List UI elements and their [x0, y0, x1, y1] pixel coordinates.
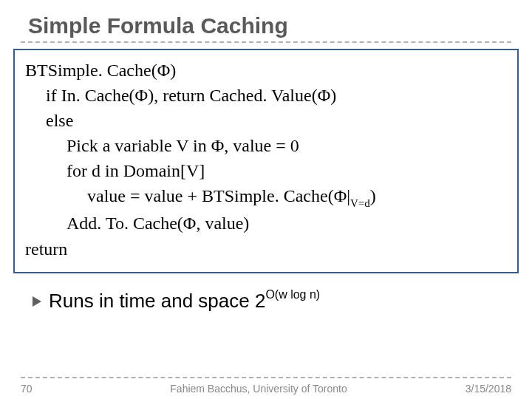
triangle-bullet-icon	[33, 296, 41, 307]
code-text: )	[370, 186, 376, 205]
phi-symbol: Φ	[135, 86, 149, 105]
footer-center: Fahiem Bacchus, University of Toronto	[95, 383, 423, 395]
subscript: V=d	[350, 197, 370, 209]
code-text: , value)	[196, 214, 249, 233]
code-line-4: Pick a variable V in Φ, value = 0	[25, 133, 507, 158]
code-line-3: else	[25, 108, 507, 133]
slide: Simple Formula Caching BTSimple. Cache(Φ…	[0, 0, 532, 399]
code-text: BTSimple. Cache(	[25, 61, 157, 80]
phi-symbol: Φ	[318, 86, 331, 105]
code-line-5: for d in Domain[V]	[25, 158, 507, 183]
code-line-7: Add. To. Cache(Φ, value)	[25, 211, 507, 236]
code-text: Add. To. Cache(	[66, 214, 183, 233]
phi-symbol: Φ	[334, 186, 347, 205]
phi-symbol: Φ	[183, 214, 197, 233]
code-text: )	[170, 61, 176, 80]
code-text: if In. Cache(	[46, 86, 135, 105]
code-box: BTSimple. Cache(Φ) if In. Cache(Φ), retu…	[13, 49, 519, 273]
phi-symbol: Φ	[157, 61, 171, 80]
code-text: ), return Cached. Value(	[148, 86, 317, 105]
footer-line: 70 Fahiem Bacchus, University of Toronto…	[21, 383, 511, 395]
code-line-1: BTSimple. Cache(Φ)	[25, 58, 507, 83]
svg-marker-0	[33, 296, 41, 307]
bullet-text: Runs in time and space 2O(w log n)	[49, 290, 320, 313]
page-number: 70	[21, 383, 95, 395]
footer-divider	[21, 377, 511, 378]
code-text: )	[330, 86, 336, 105]
bullet-item: Runs in time and space 2O(w log n)	[33, 290, 511, 313]
code-line-2: if In. Cache(Φ), return Cached. Value(Φ)	[25, 83, 507, 108]
superscript: O(w log n)	[265, 288, 320, 301]
code-text: , value = 0	[224, 136, 299, 155]
code-line-6: value = value + BTSimple. Cache(Φ|V=d)	[25, 183, 507, 211]
code-line-8: return	[25, 236, 507, 262]
footer: 70 Fahiem Bacchus, University of Toronto…	[0, 377, 532, 395]
footer-date: 3/15/2018	[423, 383, 511, 395]
code-text: Pick a variable V in	[66, 136, 211, 155]
slide-title: Simple Formula Caching	[28, 13, 511, 38]
code-text: value = value + BTSimple. Cache(	[87, 186, 334, 205]
phi-symbol: Φ	[211, 136, 225, 155]
bullet-text-main: Runs in time and space 2	[49, 290, 265, 312]
title-divider	[21, 41, 511, 43]
